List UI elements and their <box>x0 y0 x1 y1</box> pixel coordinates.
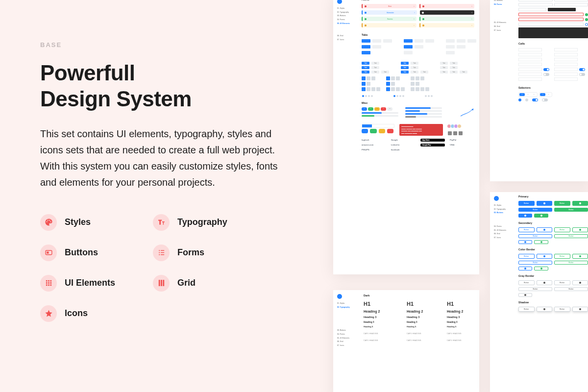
button-icon <box>40 245 57 261</box>
button-shadow[interactable]: Button <box>518 307 535 312</box>
close-icon[interactable]: × <box>414 11 415 14</box>
sidebar-item[interactable]: 05. UI Elements <box>337 22 358 26</box>
feature-label: Typography <box>177 217 227 227</box>
button-primary[interactable] <box>537 201 553 206</box>
sidebar-item[interactable]: 03. Buttons <box>337 14 358 18</box>
tab[interactable] <box>372 45 381 49</box>
toggle[interactable] <box>543 73 549 76</box>
segmented-control[interactable]: ••• <box>518 92 538 97</box>
sidebar-item[interactable]: 02. Typography <box>337 11 358 15</box>
brand-amazon: amazon.com <box>362 144 386 147</box>
sidebar-item[interactable]: 07. Icons <box>494 236 514 240</box>
feature-label: Styles <box>65 217 91 227</box>
sidebar-item[interactable]: 07. Icons <box>494 29 514 33</box>
sidebar-item[interactable]: 06. Grid <box>494 232 514 236</box>
forms-icon <box>153 245 170 261</box>
star-icon <box>40 305 57 322</box>
sidebar-item[interactable]: 01. Styles <box>337 7 358 11</box>
button-primary[interactable] <box>572 201 588 206</box>
alert-success[interactable]: Success× <box>362 17 416 21</box>
svg-rect-10 <box>50 280 51 282</box>
sidebar-item[interactable]: 04. Forms <box>337 333 358 337</box>
textarea[interactable] <box>518 27 588 38</box>
alert-warning[interactable]: × <box>362 23 416 27</box>
section-title-secondary: Secondary <box>518 221 588 224</box>
alert-error[interactable]: Error× <box>362 4 416 8</box>
page-title: Powerfull Design System <box>40 60 295 112</box>
tab[interactable] <box>372 39 381 43</box>
sidebar-item[interactable]: 01. Styles <box>494 204 514 208</box>
sidebar-item[interactable]: 06. Grid <box>494 25 514 29</box>
feature-list: Styles Typography Buttons Forms UI Eleme… <box>40 214 295 322</box>
heading-1: H1 <box>364 301 398 307</box>
sidebar-item[interactable]: 03. Buttons <box>494 211 514 215</box>
button-secondary[interactable] <box>537 227 553 232</box>
sidebar-item[interactable]: 02. Typography <box>494 208 514 212</box>
section-title-alerts: Alerts <box>362 0 474 1</box>
svg-rect-5 <box>161 250 164 251</box>
preview-ui-elements: 01. Styles 02. Typography 03. Buttons 04… <box>333 0 479 274</box>
button-primary[interactable]: Button <box>518 201 535 206</box>
close-icon[interactable]: × <box>414 24 415 26</box>
cell <box>518 48 542 51</box>
close-icon[interactable]: × <box>414 18 415 20</box>
sidebar-item[interactable]: 05. UI Elements <box>494 21 514 25</box>
badge-google-play: Google Play <box>420 144 445 147</box>
button-gray-border[interactable]: Button <box>518 280 535 285</box>
logo-icon <box>337 0 342 4</box>
sidebar-item[interactable]: 04. Forms <box>337 18 358 22</box>
svg-rect-1 <box>47 251 49 253</box>
svg-rect-18 <box>161 280 162 286</box>
text-input[interactable] <box>518 0 553 1</box>
tab[interactable] <box>362 51 370 54</box>
alert-info[interactable]: Information× <box>362 10 417 15</box>
brand-philips: PHILIPS <box>362 148 386 151</box>
sidebar-item[interactable]: 06. Grid <box>337 34 358 38</box>
sidebar-item[interactable]: 05. UI Elements <box>337 337 358 341</box>
tab[interactable] <box>362 39 370 43</box>
add-button[interactable] <box>585 13 588 16</box>
close-icon[interactable]: × <box>414 5 415 7</box>
close-icon[interactable]: × <box>471 5 472 7</box>
sidebar-item[interactable]: 07. Icons <box>337 344 358 348</box>
alert-warning[interactable]: × <box>419 23 474 27</box>
heading-2: Heading 2 <box>364 310 398 313</box>
close-icon[interactable]: × <box>471 24 472 26</box>
radio[interactable] <box>518 98 521 101</box>
brand-logos: logitech Google App Store PayPal amazon.… <box>362 139 474 151</box>
sidebar-item[interactable]: 04. Forms <box>494 3 514 7</box>
text-input[interactable] <box>548 8 576 11</box>
preview-buttons: 01. Styles 02. Typography 03. Buttons 04… <box>490 192 588 392</box>
sidebar-item[interactable]: 07. Icons <box>337 38 358 42</box>
toggle[interactable] <box>532 98 538 101</box>
close-icon[interactable]: × <box>471 18 472 20</box>
text-input[interactable] <box>554 0 588 1</box>
button-color-border[interactable]: Button <box>518 254 535 259</box>
alert-error[interactable]: × <box>419 4 474 8</box>
toggle[interactable] <box>543 68 549 71</box>
sidebar-item[interactable]: 03. Buttons <box>337 329 358 333</box>
sidebar-item[interactable]: 02. Typography <box>337 306 358 310</box>
sidebar-item[interactable]: 06. Grid <box>337 340 358 344</box>
button-primary[interactable]: Button <box>554 201 570 206</box>
sidebar-item[interactable]: 05. UI Elements <box>494 229 514 233</box>
section-title-selectors: Selectors <box>518 86 588 89</box>
brand-paypal: PayPal <box>450 139 474 142</box>
radio[interactable] <box>585 23 588 26</box>
typography-icon <box>153 214 170 231</box>
tab[interactable] <box>362 45 370 49</box>
tab[interactable] <box>383 39 392 43</box>
alert-success[interactable]: × <box>419 17 474 21</box>
svg-rect-7 <box>161 254 164 255</box>
close-icon[interactable]: × <box>471 11 472 14</box>
sidebar-item[interactable]: 04. Forms <box>494 225 514 229</box>
alert-dark[interactable]: × <box>420 10 474 15</box>
svg-point-4 <box>159 254 160 255</box>
preview-sidebar: 01. Styles 02. Typography 03. Buttons 04… <box>337 0 358 42</box>
sidebar-item[interactable]: 01. Styles <box>337 302 358 306</box>
tab[interactable]: Tab <box>362 62 369 65</box>
avatar-group <box>448 124 474 128</box>
button-secondary[interactable]: Button <box>518 227 535 232</box>
svg-rect-16 <box>50 284 51 286</box>
title-line-1: Powerfull <box>40 61 135 85</box>
